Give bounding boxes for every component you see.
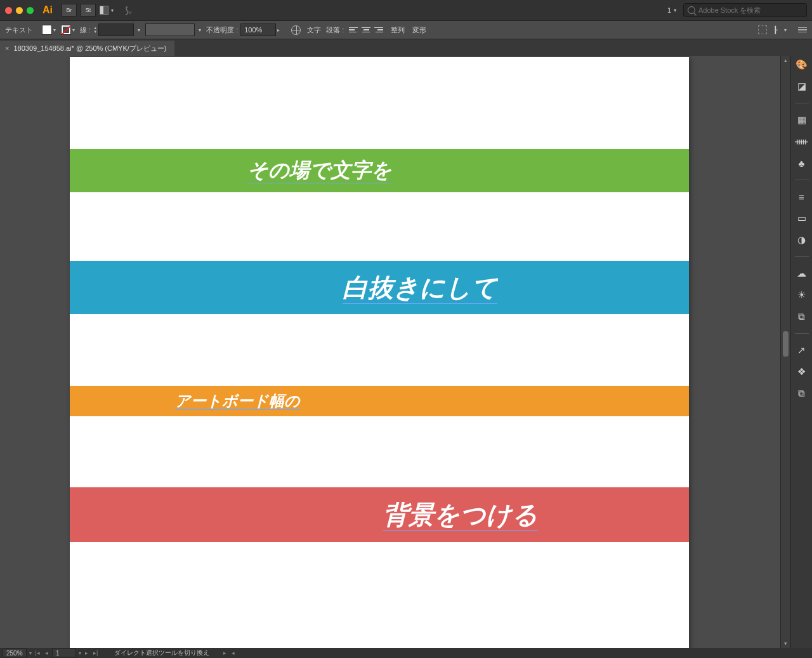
gradient-panel-icon[interactable]: ▭ xyxy=(796,212,808,225)
prev-artboard-button[interactable]: ◂ xyxy=(44,650,49,656)
opacity-field[interactable]: 100% xyxy=(240,23,276,36)
brush-definition-dropdown[interactable] xyxy=(145,23,195,36)
last-artboard-button[interactable]: ▸| xyxy=(92,650,99,656)
artboards-panel-icon[interactable]: ⧉ xyxy=(796,387,808,400)
hscroll-left-button[interactable]: ◂ xyxy=(230,650,236,656)
chevron-right-icon[interactable]: ▸ xyxy=(277,27,280,33)
gpu-preview-icon[interactable]: ⟆ᵤ xyxy=(125,5,132,15)
chevron-down-icon: ▾ xyxy=(111,8,114,13)
stroke-weight-label: 線 : xyxy=(80,25,91,35)
opacity-label: 不透明度 : xyxy=(206,25,238,35)
band1-text: その場で文字を xyxy=(247,159,392,181)
stock-button[interactable]: St xyxy=(81,4,96,16)
align-center-button[interactable] xyxy=(361,25,371,34)
window-controls xyxy=(5,7,34,14)
stock-search[interactable] xyxy=(683,3,807,17)
align-left-button[interactable] xyxy=(349,25,359,34)
bridge-label: Br xyxy=(67,7,72,13)
scroll-up-arrow[interactable]: ▴ xyxy=(781,56,790,65)
stroke-weight-stepper[interactable]: ▲▼ xyxy=(93,26,97,34)
document-tab[interactable]: × 180309_154858.ai* @ 250% (CMYK/プレビュー) xyxy=(0,41,174,56)
artboard[interactable]: その場で文字を 白抜きにして アートボード幅の 背景をつける xyxy=(70,57,689,648)
swatches-panel-icon[interactable]: ▦ xyxy=(796,114,808,126)
align-panel-link[interactable]: 整列 xyxy=(391,25,405,35)
opacity-value: 100% xyxy=(244,26,262,34)
libraries-panel-icon[interactable]: ☁ xyxy=(796,267,808,280)
chevron-down-icon[interactable]: ▾ xyxy=(29,650,32,656)
align-to-icon[interactable]: ┠ xyxy=(773,26,778,34)
artboard-number: 1 xyxy=(667,6,671,14)
chevron-down-icon[interactable]: ▾ xyxy=(674,7,677,13)
chevron-down-icon[interactable]: ▾ xyxy=(79,650,81,656)
color-panel-icon[interactable]: 🎨 xyxy=(796,58,808,71)
character-panel-label[interactable]: 文字 xyxy=(307,25,321,35)
maximize-window-button[interactable] xyxy=(27,7,34,14)
stock-label: St xyxy=(86,7,91,13)
chevron-down-icon[interactable]: ▾ xyxy=(199,27,201,33)
paragraph-panel-label[interactable]: 段落 : xyxy=(326,25,344,35)
export-panel-icon[interactable]: ↗ xyxy=(796,344,808,357)
isolate-mode-icon[interactable] xyxy=(758,25,767,34)
document-tab-row: × 180309_154858.ai* @ 250% (CMYK/プレビュー) xyxy=(0,39,812,56)
scroll-down-arrow[interactable]: ▾ xyxy=(781,639,790,648)
transform-panel-link[interactable]: 変形 xyxy=(412,25,426,35)
zoom-value: 250% xyxy=(6,650,23,657)
minimize-window-button[interactable] xyxy=(16,7,23,14)
scroll-track[interactable] xyxy=(781,65,790,639)
transparency-panel-icon[interactable]: ◑ xyxy=(796,234,808,246)
panel-menu-icon[interactable] xyxy=(798,27,807,33)
vertical-scrollbar[interactable]: ▴ ▾ xyxy=(780,56,790,648)
band4-text: 背景をつける xyxy=(383,501,538,529)
canvas-viewport[interactable]: その場で文字を 白抜きにして アートボード幅の 背景をつける xyxy=(0,56,780,648)
bridge-button[interactable]: Br xyxy=(62,4,77,16)
scroll-thumb[interactable] xyxy=(783,331,789,357)
stroke-weight-field[interactable] xyxy=(98,23,134,36)
chevron-down-icon[interactable]: ▾ xyxy=(72,27,75,33)
stock-search-input[interactable] xyxy=(698,6,802,14)
appearance-panel-icon[interactable]: ☀ xyxy=(796,289,808,301)
control-bar: テキスト ▾ ▾ 線 : ▲▼ ▾ ▾ 不透明度 : 100% ▸ 文字 段落 … xyxy=(0,20,812,39)
text-band-green[interactable]: その場で文字を xyxy=(70,149,689,192)
text-band-blue[interactable]: 白抜きにして xyxy=(70,261,689,314)
text-band-red[interactable]: 背景をつける xyxy=(70,487,689,542)
artboard-nav-value: 1 xyxy=(56,650,60,657)
brushes-panel-icon[interactable]: ᚔ xyxy=(796,135,808,148)
paragraph-align-group xyxy=(349,25,383,34)
close-window-button[interactable] xyxy=(5,7,12,14)
first-artboard-button[interactable]: |◂ xyxy=(34,650,41,656)
panel-dock: 🎨 ◪ ▦ ᚔ ♣ ≡ ▭ ◑ ☁ ☀ ⧉ ↗ ❖ ⧉ xyxy=(790,56,812,648)
stroke-swatch[interactable] xyxy=(61,25,71,35)
app-logo: Ai xyxy=(43,4,53,16)
recolor-artwork-icon[interactable] xyxy=(291,25,301,35)
tool-hint: ダイレクト選択ツールを切り換え xyxy=(114,648,209,657)
status-bar: 250% ▾ |◂ ◂ 1 ▾ ▸ ▸| ダイレクト選択ツールを切り換え ▸ ◂ xyxy=(0,648,812,658)
band3-text: アートボード幅の xyxy=(175,392,300,409)
band2-text: 白抜きにして xyxy=(343,273,497,301)
document-tab-title: 180309_154858.ai* @ 250% (CMYK/プレビュー) xyxy=(13,44,166,53)
workspace: その場で文字を 白抜きにして アートボード幅の 背景をつける ▴ ▾ xyxy=(0,56,790,648)
title-bar: Ai Br St ▾ ⟆ᵤ 1 ▾ xyxy=(0,0,812,20)
chevron-down-icon[interactable]: ▾ xyxy=(53,27,56,33)
arrange-icon xyxy=(100,6,108,15)
symbols-panel-icon[interactable]: ♣ xyxy=(796,157,808,169)
close-tab-icon[interactable]: × xyxy=(5,44,9,52)
status-more-button[interactable]: ▸ xyxy=(222,650,228,656)
fill-swatch[interactable] xyxy=(42,25,52,35)
chevron-down-icon[interactable]: ▾ xyxy=(784,27,787,33)
align-right-button[interactable] xyxy=(373,25,383,34)
arrange-documents-button[interactable]: ▾ xyxy=(100,6,119,15)
stroke-panel-icon[interactable]: ≡ xyxy=(796,190,808,203)
text-band-orange[interactable]: アートボード幅の xyxy=(70,386,689,416)
graphic-styles-panel-icon[interactable]: ⧉ xyxy=(796,310,808,323)
layers-panel-icon[interactable]: ❖ xyxy=(796,365,808,378)
color-guide-panel-icon[interactable]: ◪ xyxy=(796,80,808,93)
search-icon xyxy=(688,6,695,14)
zoom-level-field[interactable]: 250% xyxy=(3,648,27,657)
tool-mode-label: テキスト xyxy=(5,25,33,35)
chevron-down-icon[interactable]: ▾ xyxy=(138,27,140,33)
next-artboard-button[interactable]: ▸ xyxy=(84,650,89,656)
artboard-nav-field[interactable]: 1 xyxy=(52,648,76,657)
